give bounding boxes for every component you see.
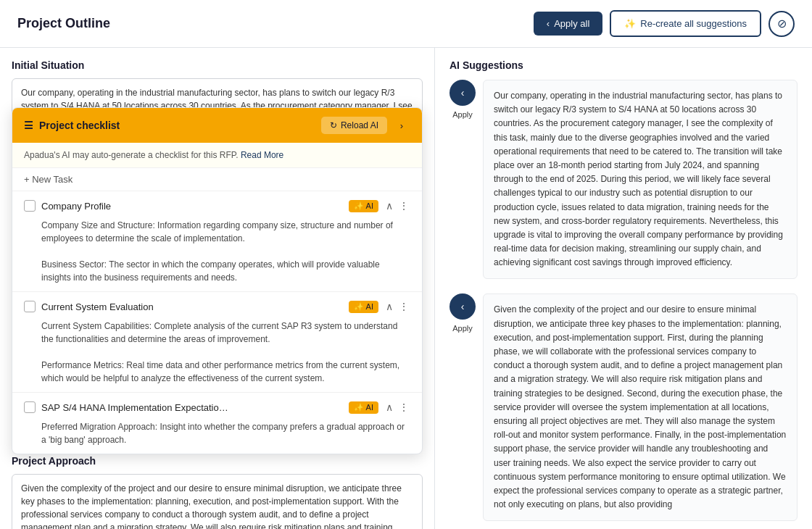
checklist-item-1: Company Profile ✨ AI ∧ ⋮ Company Size an… bbox=[12, 191, 422, 292]
checklist-item-2-header: Current System Evaluation ✨ AI ∧ ⋮ bbox=[24, 299, 410, 314]
apply-all-button[interactable]: ‹ Apply all bbox=[534, 12, 602, 36]
recreate-icon: ✨ bbox=[624, 18, 636, 29]
page-title: Project Outline bbox=[17, 16, 110, 31]
item-2-more-icon[interactable]: ⋮ bbox=[397, 299, 410, 314]
checklist-checkbox-3[interactable] bbox=[24, 401, 36, 413]
suggestion-2-apply-label[interactable]: Apply bbox=[452, 324, 473, 333]
stop-button[interactable]: ⊘ bbox=[768, 11, 795, 37]
checklist-item-2: Current System Evaluation ✨ AI ∧ ⋮ Curre… bbox=[12, 292, 422, 393]
project-approach-textbox[interactable]: Given the complexity of the project and … bbox=[12, 474, 423, 529]
new-task-label: + New Task bbox=[24, 174, 72, 185]
recreate-label: Re-create all suggestions bbox=[640, 18, 747, 29]
checklist-title: Project checklist bbox=[39, 120, 120, 131]
chevron-right-icon: › bbox=[400, 120, 403, 131]
item-1-more-icon[interactable]: ⋮ bbox=[397, 199, 410, 213]
item-3-actions: ∧ ⋮ bbox=[384, 400, 410, 415]
chevron-left-icon-1: ‹ bbox=[461, 87, 465, 99]
checklist-item-2-body: Current System Capabilities: Complete an… bbox=[24, 320, 410, 385]
checklist-item-3-body: Preferred Migration Approach: Insight in… bbox=[24, 420, 410, 446]
checklist-checkbox-2[interactable] bbox=[24, 301, 36, 312]
apply-all-chevron-icon: ‹ bbox=[547, 18, 550, 29]
suggestion-2-text: Given the complexity of the project and … bbox=[483, 293, 798, 521]
ai-badge-2: ✨ AI bbox=[349, 301, 378, 313]
apply-all-label: Apply all bbox=[554, 18, 589, 29]
project-approach-title: Project Approach bbox=[12, 455, 423, 467]
checklist-checkbox-1[interactable] bbox=[24, 200, 36, 212]
suggestion-2: ‹ Apply Given the complexity of the proj… bbox=[450, 293, 798, 521]
ai-badge-3-text: ✨ AI bbox=[354, 403, 373, 412]
checklist-icon: ☰ bbox=[24, 120, 33, 131]
new-task-row[interactable]: + New Task bbox=[12, 168, 422, 191]
ai-suggestions-title: AI Suggestions bbox=[450, 59, 798, 71]
item-1-up-icon[interactable]: ∧ bbox=[384, 199, 394, 213]
initial-situation-section: Our company, operating in the industrial… bbox=[12, 78, 423, 151]
suggestion-1: ‹ Apply Our company, operating in the in… bbox=[450, 80, 798, 279]
reload-label: Reload AI bbox=[341, 120, 378, 130]
right-panel: AI Suggestions ‹ Apply Our company, oper… bbox=[435, 48, 812, 529]
stop-icon: ⊘ bbox=[777, 17, 787, 30]
project-approach-section: Project Approach Given the complexity of… bbox=[12, 455, 423, 529]
checklist-item-1-label: Company Profile bbox=[41, 201, 343, 212]
recreate-button[interactable]: ✨ Re-create all suggestions bbox=[610, 10, 761, 37]
checklist-item-1-body: Company Size and Structure: Information … bbox=[24, 219, 410, 284]
header: Project Outline ‹ Apply all ✨ Re-create … bbox=[0, 0, 812, 48]
checklist-item-2-label: Current System Evaluation bbox=[41, 301, 343, 312]
item-2-actions: ∧ ⋮ bbox=[384, 299, 410, 314]
checklist-overlay: ☰ Project checklist ↻ Reload AI › bbox=[12, 107, 423, 454]
app-container: Project Outline ‹ Apply all ✨ Re-create … bbox=[0, 0, 812, 529]
checklist-item-3-header: SAP S/4 HANA Implementation Expectatio… … bbox=[24, 400, 410, 415]
suggestion-1-apply-label[interactable]: Apply bbox=[452, 110, 473, 119]
checklist-close-button[interactable]: › bbox=[393, 117, 410, 134]
suggestion-1-left: ‹ Apply bbox=[450, 80, 476, 119]
suggestion-2-chevron-button[interactable]: ‹ bbox=[450, 293, 476, 320]
checklist-item-1-header: Company Profile ✨ AI ∧ ⋮ bbox=[24, 199, 410, 213]
suggestion-1-chevron-button[interactable]: ‹ bbox=[450, 80, 476, 106]
reload-ai-button[interactable]: ↻ Reload AI bbox=[321, 117, 387, 134]
ai-badge-3: ✨ AI bbox=[349, 401, 378, 414]
checklist-header-left: ☰ Project checklist bbox=[24, 120, 120, 131]
item-1-actions: ∧ ⋮ bbox=[384, 199, 410, 213]
item-3-more-icon[interactable]: ⋮ bbox=[397, 400, 410, 415]
item-2-up-icon[interactable]: ∧ bbox=[384, 299, 394, 314]
main-content: Initial Situation Our company, operating… bbox=[0, 48, 812, 529]
checklist-item-3-label: SAP S/4 HANA Implementation Expectatio… bbox=[41, 402, 343, 413]
reload-icon: ↻ bbox=[330, 120, 337, 130]
checklist-header-right: ↻ Reload AI › bbox=[321, 117, 410, 134]
header-actions: ‹ Apply all ✨ Re-create all suggestions … bbox=[534, 10, 795, 37]
notice-text: Apadua's AI may auto-generate a checklis… bbox=[24, 150, 239, 160]
suggestion-1-text: Our company, operating in the industrial… bbox=[483, 80, 798, 279]
ai-badge-2-text: ✨ AI bbox=[354, 302, 373, 312]
project-approach-text: Given the complexity of the project and … bbox=[21, 483, 411, 529]
checklist-item-3: SAP S/4 HANA Implementation Expectatio… … bbox=[12, 393, 422, 454]
ai-badge-1: ✨ AI bbox=[349, 200, 378, 212]
chevron-left-icon-2: ‹ bbox=[461, 301, 465, 312]
checklist-notice: Apadua's AI may auto-generate a checklis… bbox=[12, 143, 422, 168]
item-3-up-icon[interactable]: ∧ bbox=[384, 400, 394, 415]
suggestion-2-left: ‹ Apply bbox=[450, 293, 476, 333]
ai-badge-1-text: ✨ AI bbox=[354, 201, 373, 211]
left-panel: Initial Situation Our company, operating… bbox=[0, 48, 435, 529]
checklist-header: ☰ Project checklist ↻ Reload AI › bbox=[12, 108, 422, 143]
read-more-link[interactable]: Read More bbox=[241, 150, 283, 160]
initial-situation-title: Initial Situation bbox=[12, 59, 423, 71]
